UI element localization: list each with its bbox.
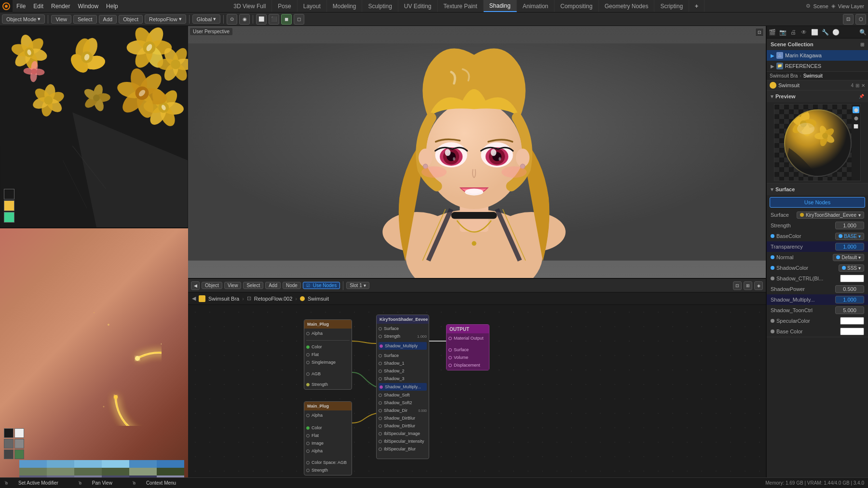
swatch-bl-4[interactable] xyxy=(14,439,24,448)
prop-shadow-toon-value[interactable]: 5.000 xyxy=(835,306,864,314)
select-btn[interactable]: Select xyxy=(73,15,97,24)
view-btn[interactable]: View xyxy=(51,15,71,24)
right-icon-output[interactable]: 🖨 xyxy=(788,27,799,38)
tab-shading[interactable]: Shading xyxy=(484,0,517,12)
swatch-green[interactable] xyxy=(4,212,14,223)
mode-dropdown[interactable]: Object Mode ▾ xyxy=(2,14,45,24)
breadcrumb-material[interactable]: Swimsuit xyxy=(308,296,329,302)
node-editor[interactable]: Main_Plug Alpha Color Flat SingleImage A… xyxy=(188,305,766,488)
viewport-maximize[interactable]: ⊡ xyxy=(755,28,764,37)
preview-plane-btn[interactable]: ⬜ xyxy=(853,123,859,130)
menu-help[interactable]: Help xyxy=(102,0,122,12)
shadow-ctrl-color[interactable] xyxy=(840,275,864,282)
node-back-btn[interactable]: ◀ xyxy=(191,281,200,290)
node-add-btn[interactable]: Add xyxy=(265,282,281,289)
prop-strength-value[interactable]: 1.000 xyxy=(835,222,864,229)
tab-modeling[interactable]: Modeling xyxy=(327,0,363,12)
node-icon-2[interactable]: ⊞ xyxy=(744,281,752,290)
swatch-yellow[interactable] xyxy=(4,200,14,211)
tab-texture-paint[interactable]: Texture Paint xyxy=(438,0,484,12)
right-icon-shader[interactable]: ⚪ xyxy=(830,27,841,38)
specular-color-swatch[interactable] xyxy=(840,317,864,325)
right-icon-scene[interactable]: 🎬 xyxy=(767,27,777,38)
viewport-display-4[interactable]: ◻ xyxy=(294,14,304,25)
menu-file[interactable]: File xyxy=(13,0,29,12)
use-nodes-toggle[interactable]: ☑ Use Nodes xyxy=(303,282,340,289)
node-select-btn[interactable]: Select xyxy=(243,282,263,289)
app-logo[interactable] xyxy=(0,0,13,13)
filter-icon[interactable]: ⊞ xyxy=(860,42,864,47)
node-slot-btn[interactable]: Slot 1 ▾ xyxy=(346,282,369,289)
shadowcolor-value-btn[interactable]: SSS ▾ xyxy=(839,264,864,272)
node-dot xyxy=(306,426,310,430)
breadcrumb-mesh[interactable]: RetopoFlow.002 xyxy=(254,296,293,302)
xray-icon[interactable]: ⬡ xyxy=(855,14,866,25)
transform-btn[interactable]: Global ▾ xyxy=(192,14,221,24)
node-icon-3[interactable]: ◈ xyxy=(754,281,763,290)
menu-render[interactable]: Render xyxy=(47,0,74,12)
magnet-icon[interactable]: ⊙ xyxy=(227,14,237,25)
retopo-btn[interactable]: RetopoFlow ▾ xyxy=(145,14,186,24)
surface-value-btn[interactable]: KiryToonShader_Eevee ▾ xyxy=(797,211,864,219)
swatch-bl-2[interactable] xyxy=(14,428,24,438)
node-view-btn[interactable]: View xyxy=(224,282,242,289)
normal-value-btn[interactable]: Default ▾ xyxy=(833,254,864,261)
material-copy-btn[interactable]: ⊞ xyxy=(855,83,859,88)
scene-item-references[interactable]: ▶ 📁 REFERENCES xyxy=(767,61,868,71)
viewport-display-2[interactable]: ⬛ xyxy=(269,14,279,25)
viewport-display-1[interactable]: ⬜ xyxy=(256,14,267,25)
character-viewport[interactable]: User Perspective ⊡ xyxy=(188,26,766,279)
right-icon-render[interactable]: 📷 xyxy=(777,27,788,38)
tab-geometry-nodes[interactable]: Geometry Nodes xyxy=(599,0,655,12)
tab-add[interactable]: + xyxy=(689,0,705,12)
prop-transparency-value[interactable]: 1.000 xyxy=(835,243,864,251)
preview-toggle[interactable]: ▾ xyxy=(771,93,773,100)
swatch-bl-6[interactable] xyxy=(14,449,24,459)
output-node[interactable]: OUTPUT Material Output Surface Volume Di… xyxy=(446,324,489,370)
object-btn[interactable]: Object xyxy=(119,15,143,24)
tab-compositing[interactable]: Compositing xyxy=(555,0,599,12)
tab-layout[interactable]: Layout xyxy=(298,0,327,12)
swatch-bl-1[interactable] xyxy=(4,428,14,438)
tab-animation[interactable]: Animation xyxy=(517,0,555,12)
main-plug-node-2[interactable]: Main_Plug Alpha Color Flat Image Alpha C… xyxy=(304,401,352,475)
tab-sculpting[interactable]: Sculpting xyxy=(362,0,398,12)
base-color-swatch[interactable] xyxy=(840,328,864,335)
right-icon-search[interactable]: 🔍 xyxy=(857,27,868,38)
preview-sphere-btn[interactable]: ⬤ xyxy=(853,115,859,121)
bottom-left-viewport[interactable] xyxy=(0,228,188,488)
swatch-bl-3[interactable] xyxy=(4,439,14,448)
preview-type-btn[interactable]: ⬤ xyxy=(853,106,859,113)
proportional-icon[interactable]: ◉ xyxy=(239,14,250,25)
prop-shadowpower-value[interactable]: 0.500 xyxy=(835,285,864,293)
surface-toggle[interactable]: ▾ xyxy=(771,186,773,193)
scene-item-marin[interactable]: ▶ △ Marin Kitagawa xyxy=(767,50,868,61)
right-icon-view[interactable]: 👁 xyxy=(799,27,809,38)
material-close-btn[interactable]: ✕ xyxy=(861,83,865,88)
add-btn[interactable]: Add xyxy=(99,15,117,24)
node-icon-1[interactable]: ⊡ xyxy=(733,281,742,290)
main-plug-node[interactable]: Main_Plug Alpha Color Flat SingleImage A… xyxy=(304,319,352,390)
tab-pose[interactable]: Pose xyxy=(272,0,297,12)
prop-shadow-multiply-value[interactable]: 1.000 xyxy=(835,296,864,303)
kirytoon-node[interactable]: KiryToonShader_Eevee Surface Strength1.0… xyxy=(376,315,429,459)
swatch-black[interactable] xyxy=(4,189,14,199)
breadcrumb-bra[interactable]: Swimsuit Bra xyxy=(208,296,239,302)
node-object-btn[interactable]: Object xyxy=(202,282,222,289)
preview-header[interactable]: ▾ Preview 📌 xyxy=(767,91,868,102)
preview-side-icons[interactable]: 📌 xyxy=(859,94,864,99)
right-icon-modifier[interactable]: 🔧 xyxy=(820,27,830,38)
menu-edit[interactable]: Edit xyxy=(29,0,47,12)
tab-3d-view-full[interactable]: 3D View Full xyxy=(228,0,272,12)
swatch-bl-5[interactable] xyxy=(4,449,14,459)
use-nodes-btn[interactable]: Use Nodes xyxy=(770,197,865,208)
tab-uv-editing[interactable]: UV Editing xyxy=(398,0,438,12)
tab-scripting[interactable]: Scripting xyxy=(654,0,689,12)
right-icon-object[interactable]: ⬜ xyxy=(809,27,820,38)
menu-window[interactable]: Window xyxy=(74,0,102,12)
top-left-viewport[interactable] xyxy=(0,26,188,228)
overlay-icon[interactable]: ⊡ xyxy=(843,14,854,25)
viewport-display-3[interactable]: ◼ xyxy=(281,14,292,25)
node-node-btn[interactable]: Node xyxy=(283,282,301,289)
basecolor-value-btn[interactable]: BASE ▾ xyxy=(835,233,864,240)
